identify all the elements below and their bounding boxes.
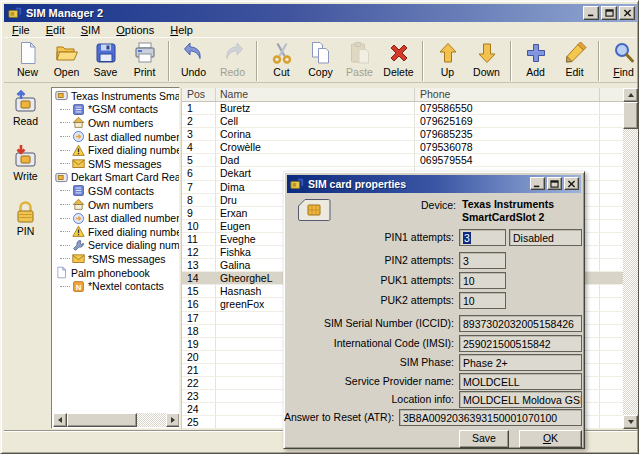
tree-item[interactable]: *GSM contacts [52,103,179,117]
tree-item[interactable]: Last dialled numbers [52,130,179,144]
scroll-down-button[interactable] [623,415,638,429]
pin-button[interactable]: PIN [2,196,49,237]
cell-name: Hasnash [220,285,261,297]
field-value-box[interactable]: MOLDCELL [459,373,582,390]
minimize-button[interactable] [583,6,599,20]
side-toolbar: ReadWritePIN [2,86,49,251]
table-header[interactable]: PosNamePhone [182,88,623,102]
field-value-box[interactable]: Phase 2+ [459,354,582,371]
open-button[interactable]: Open [47,40,86,78]
close-button[interactable] [619,6,635,20]
menu-item-help[interactable]: Help [162,24,201,37]
tree-item[interactable]: *SMS messages [52,252,179,266]
menu-item-edit[interactable]: Edit [38,24,73,37]
field-value-box[interactable]: 8937302032005158426 [459,315,582,332]
tree-item[interactable]: Dekart Smart Card Reader 0 [52,171,179,185]
tree-item[interactable]: Palm phonebook [52,266,179,280]
tree-item[interactable]: Fixed dialing numbers [52,225,179,239]
table-scrollbar-thumb[interactable] [623,102,638,129]
undo-button[interactable]: Undo [174,40,213,78]
table-row[interactable]: 2Cell079625169 [182,115,623,128]
cell-pos: 25 [187,416,199,428]
field-label: PIN2 attempts: [284,254,454,266]
save-button[interactable]: Save [459,430,509,448]
cut-button[interactable]: Cut [262,40,301,78]
new-page-icon [16,41,40,65]
envelope-icon [72,157,85,170]
menu-item-options[interactable]: Options [108,24,162,37]
toolbar-separator [510,41,512,81]
tree-item[interactable]: SMS messages [52,157,179,171]
title-bar[interactable]: SIM Manager 2 [4,4,637,22]
field-value-box[interactable]: MOLDCELL Moldova GSM [459,391,582,408]
read-button[interactable]: Read [2,86,49,127]
add-button[interactable]: Add [516,40,555,78]
menu-item-sim[interactable]: SIM [73,24,109,37]
cell-pos: 10 [187,220,199,232]
dialog-close-button[interactable] [564,177,579,190]
column-header-name[interactable]: Name [220,88,248,100]
tree-item-label: Own numbers [88,117,153,129]
column-divider[interactable] [599,88,600,101]
menu-item-file[interactable]: File [4,24,38,37]
tree-item[interactable]: Texas Instruments SmartCard [52,89,179,103]
copy-button[interactable]: Copy [301,40,340,78]
scroll-left-button[interactable] [53,413,67,427]
maximize-button[interactable] [601,6,617,20]
table-vertical-scrollbar[interactable] [623,88,638,429]
print-button[interactable]: Print [125,40,164,78]
column-header-pos[interactable]: Pos [187,88,205,100]
column-header-phone[interactable]: Phone [420,88,450,100]
up-triangle-icon [628,93,634,97]
table-row[interactable]: 5Dad069579554 [182,154,623,167]
cell-phone: 079685235 [420,128,473,140]
tree-item[interactable]: Fixed dialing numbers [52,143,179,157]
cell-name: Dekart [220,167,251,179]
dialog-minimize-button[interactable] [530,177,545,190]
field-extra-box[interactable]: Disabled [509,229,582,246]
up-button[interactable]: Up [428,40,467,78]
tree-horizontal-scrollbar[interactable] [53,413,180,427]
tree-item[interactable]: Service dialing numbers [52,239,179,253]
tree-item[interactable]: GSM contacts [52,184,179,198]
tree-item[interactable]: N*Nextel contacts [52,279,179,293]
new-button[interactable]: New [8,40,47,78]
column-divider[interactable] [215,88,216,101]
side-button-label: Write [13,170,37,182]
undo-icon [182,41,206,65]
tree-scrollbar-track[interactable] [67,413,166,427]
field-value-box[interactable]: 3B8A0092036393150001070100 [399,409,582,426]
delete-button[interactable]: Delete [379,40,418,78]
tree-item-label: Service dialing numbers [88,239,179,251]
field-value-box[interactable]: 10 [459,272,506,289]
table-scrollbar-track[interactable] [623,102,638,415]
scroll-up-button[interactable] [623,88,638,102]
sim-read-icon [12,89,39,114]
save-button[interactable]: Save [86,40,125,78]
table-row[interactable]: 4Crowèlle079536078 [182,141,623,154]
ok-button[interactable]: OK [519,430,582,448]
field-value-box[interactable]: 10 [459,292,506,309]
tree-item[interactable]: Own numbers [52,116,179,130]
cell-pos: 24 [187,403,199,415]
find-button[interactable]: Find [604,40,639,78]
dialog-title-bar[interactable]: SIM card properties [287,175,581,193]
column-divider[interactable] [414,88,415,101]
tree-item[interactable]: Own numbers [52,198,179,212]
tree-connector [60,190,70,191]
save-floppy-icon [94,41,118,65]
tree-item[interactable]: Last dialled numbers [52,211,179,225]
table-row[interactable]: 1Buretz079586550 [182,102,623,115]
tree-scrollbar-thumb[interactable] [67,413,137,427]
write-button[interactable]: Write [2,141,49,182]
dialog-maximize-button[interactable] [547,177,562,190]
field-value-box[interactable]: 3 [459,252,506,269]
field-value-box[interactable]: 3 [459,229,506,246]
edit-button[interactable]: Edit [555,40,594,78]
cell-pos: 3 [187,128,193,140]
down-button[interactable]: Down [467,40,506,78]
scroll-right-button[interactable] [166,413,180,427]
add-plus-icon [524,41,548,65]
field-value-box[interactable]: 259021500515842 [459,335,582,352]
table-row[interactable]: 3Corina079685235 [182,128,623,141]
